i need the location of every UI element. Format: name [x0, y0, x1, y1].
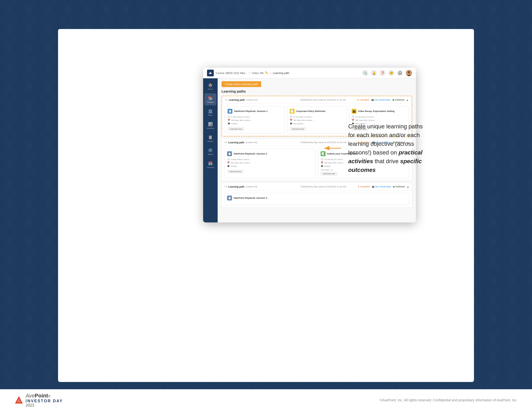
- lp-path-icon-2: ↪: [224, 141, 227, 144]
- card-header-1-3: 🎬 Video Recap: Expectation Setting: [352, 109, 406, 114]
- task-type-btn-2-1[interactable]: Individual task: [227, 170, 244, 173]
- logo-ave: Ave: [26, 393, 35, 399]
- bank-icon: 🏦: [208, 109, 213, 113]
- card-title-1-1: TakePoint Playbook: Session 1: [234, 110, 268, 113]
- annotation-arrow-svg: [324, 141, 343, 155]
- graded-icon-2-1: 🎓: [227, 165, 230, 167]
- breadcrumb-edit-icon[interactable]: ✏️: [265, 71, 268, 75]
- lp-meta-1: Published by Ray Lewis at 2/21/2023 11:4…: [291, 99, 355, 101]
- clock-icon-1-1: 🕐: [228, 116, 230, 118]
- logo-triangle-icon: [15, 396, 23, 404]
- card-meta-date-1-1: 🕐 5 days before Lesson ...: [228, 116, 282, 118]
- lp-name-2: Learning path: [228, 141, 244, 144]
- lp-path-icon-1: ↪: [225, 98, 227, 102]
- lp-title-area-2: ↪ Learning path (Lesson 02): [224, 141, 289, 144]
- sidebar-label-course: Course: [207, 101, 214, 103]
- calendar-icon-1-1: 📅: [228, 119, 230, 121]
- sidebar-item-marking[interactable]: 📊 Marking: [204, 120, 216, 131]
- header-icons: 🔍 🔔 ❓ 😊 🎧: [362, 70, 412, 76]
- calendar-icon-1-3: 📅: [352, 119, 354, 121]
- logo-subtitle: INVESTOR DAY: [26, 399, 63, 403]
- card-title-1-2: Corporate Policy Refresher: [296, 110, 326, 113]
- join-virtual-btn-1[interactable]: 📹 Join virtual class: [371, 99, 390, 101]
- task-type-btn-1-1[interactable]: Individual task: [228, 127, 244, 131]
- app-logo: [207, 70, 214, 76]
- chevron-up-1[interactable]: ▲: [406, 99, 409, 101]
- lp-actions-3: ⬆ Unpublish 📹 Join virtual class Publish…: [358, 186, 409, 188]
- published-dot-3: [393, 186, 395, 188]
- card-icon-1-3: 🎬: [352, 109, 356, 114]
- lp-path-icon-3: ↪: [224, 185, 227, 188]
- sidebar-label-admin: Admin: [208, 153, 213, 155]
- emoji-icon[interactable]: 😊: [388, 70, 394, 76]
- graded-icon-2-2: 🎓: [321, 165, 323, 167]
- sidebar-item-course[interactable]: 📚 Course: [204, 93, 216, 105]
- graded-badge-2-1: 🎓 Graded: [227, 165, 313, 167]
- chevron-up-3[interactable]: ▲: [407, 186, 409, 188]
- card-title-1-3: Video Recap: Expectation Setting: [358, 110, 394, 113]
- calendar-icon-1-2: 📅: [290, 119, 292, 121]
- sidebar-item-bank[interactable]: 🏦 Bank: [204, 106, 216, 119]
- card-meta-date-1-2: 🕐 On the day of Lesson ...: [290, 116, 344, 118]
- section-title: Learning paths: [221, 89, 412, 93]
- app-header: Course: [MGR-101] Take... > Class: NA ✏️…: [203, 68, 416, 78]
- breadcrumb-course[interactable]: Course: [MGR-101] Take...: [216, 72, 247, 75]
- course-icon: 📚: [208, 96, 213, 100]
- published-dot-1: [392, 99, 394, 101]
- graded-badge-1-1: 🎓 Graded: [228, 122, 282, 125]
- lp-title-area-1: ↪ Learning path (Lesson 01): [225, 98, 289, 102]
- sidebar-label-bank: Bank: [208, 114, 213, 116]
- card-meta-duration-1-1: 📅 365 days after Lesson ...: [228, 119, 282, 121]
- join-virtual-btn-3[interactable]: 📹 Join virtual class: [372, 186, 391, 188]
- bottom-bar: AvePoint® INVESTOR DAY 2023 ©AvePoint, I…: [0, 389, 532, 411]
- headphones-icon[interactable]: 🎧: [397, 70, 403, 76]
- lp-header-3: ↪ Learning path (Lesson 03) Published by…: [221, 183, 412, 190]
- card-icon-3-1: 📋: [227, 196, 232, 200]
- task-card-2-1: 📋 TakePoint Playbook: Session 2 🕐 5 days…: [224, 149, 316, 178]
- card-meta-date-1-3: 🕐 On the day of Lesson ...: [352, 116, 406, 118]
- sidebar-item-calendar[interactable]: 📅 Calendar: [204, 159, 216, 171]
- task-type-btn-1-2[interactable]: Individual task: [290, 127, 306, 131]
- lp-meta-3: Published by Ray Lewis at 2/21/2023 11:4…: [291, 186, 355, 188]
- learning-path-block-3: ↪ Learning path (Lesson 03) Published by…: [221, 183, 412, 207]
- calendar-icon: 📅: [208, 161, 213, 166]
- bell-icon[interactable]: 🔔: [371, 70, 377, 76]
- slide-container: Course: [MGR-101] Take... > Class: NA ✏️…: [58, 29, 474, 382]
- admin-icon: ⚙️: [208, 148, 213, 153]
- annotation-area: Create unique learning paths for each le…: [324, 122, 426, 174]
- footer-year: 2023: [26, 403, 63, 408]
- card-header-1-2: 📄 Corporate Policy Refresher: [290, 109, 344, 114]
- sidebar-label-calendar: Calendar: [207, 166, 214, 168]
- lp-lesson-tag-2: (Lesson 02): [246, 141, 257, 144]
- card-header-2-1: 📋 TakePoint Playbook: Session 2: [227, 151, 313, 156]
- sidebar-item-home[interactable]: 🏠 Home: [204, 80, 216, 92]
- copyright-text: ©AvePoint, Inc. All rights reserved. Con…: [380, 398, 517, 402]
- sidebar-item-admin[interactable]: ⚙️ Admin: [204, 146, 216, 158]
- report-icon: 📋: [208, 135, 213, 140]
- breadcrumb-class[interactable]: Class: NA: [252, 72, 264, 75]
- app-sidebar: 🏠 Home 📚 Course 🏦 Bank 📊 Marking 📋: [203, 78, 218, 223]
- card-header-3-1: 📋 TakePoint Playbook: Session 3: [227, 196, 407, 200]
- lp-lesson-tag-1: (Lesson 01): [246, 99, 258, 101]
- card-meta-duration-2-1: 📅 365 days after Lesson ...: [227, 161, 313, 164]
- published-badge-1: Published: [392, 99, 405, 101]
- graded-icon-1-1: 🎓: [228, 122, 230, 125]
- lp-title-area-3: ↪ Learning path (Lesson 03): [224, 185, 289, 188]
- card-icon-1-2: 📄: [290, 109, 294, 114]
- task-card-3-1: 📋 TakePoint Playbook: Session 3: [224, 193, 409, 205]
- annotation-text: Create unique learning paths for each le…: [348, 122, 426, 174]
- clock-icon-1-2: 🕐: [290, 116, 292, 118]
- unpublish-btn-3[interactable]: ⬆ Unpublish: [358, 186, 370, 188]
- card-title-2-1: TakePoint Playbook: Session 2: [233, 152, 267, 155]
- avepoint-logo: AvePoint® INVESTOR DAY 2023: [15, 393, 63, 408]
- search-icon[interactable]: 🔍: [362, 70, 368, 76]
- user-avatar[interactable]: [406, 70, 412, 76]
- help-icon[interactable]: ❓: [380, 70, 385, 76]
- create-adhoc-button[interactable]: Create ad hoc learning path: [221, 81, 261, 87]
- card-icon-2-1: 📋: [227, 151, 232, 156]
- card-meta-duration-1-2: 📅 365 days after Lesson ...: [290, 119, 344, 121]
- sidebar-item-report[interactable]: 📋 Report: [204, 132, 216, 145]
- sidebar-label-home: Home: [208, 88, 213, 90]
- unpublish-btn-1[interactable]: ⬆ Unpublish: [357, 99, 370, 101]
- card-header-1-1: 📋 TakePoint Playbook: Session 1: [228, 109, 282, 114]
